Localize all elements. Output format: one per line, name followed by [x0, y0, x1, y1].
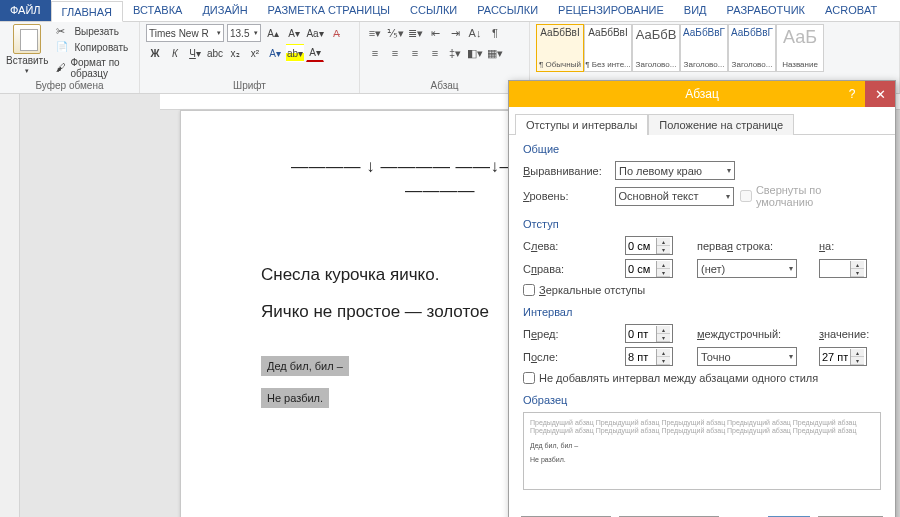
sort-button[interactable]: A↓	[466, 24, 484, 42]
mirror-label: Зеркальные отступы	[539, 284, 645, 296]
linespacing-label: междустрочный:	[697, 328, 807, 340]
collapse-checkbox	[740, 190, 752, 202]
section-indent: Отступ	[523, 218, 881, 230]
after-spin[interactable]: ▴▾	[625, 347, 673, 366]
format-painter-button[interactable]: Формат по образцу	[54, 56, 133, 80]
tab-developer[interactable]: РАЗРАБОТЧИК	[717, 0, 815, 21]
before-label: Перед:	[523, 328, 613, 340]
dialog-tab-indents[interactable]: Отступы и интервалы	[515, 114, 648, 135]
align-center-button[interactable]: ≡	[386, 44, 404, 62]
after-label: После:	[523, 351, 613, 363]
vertical-ruler	[0, 94, 20, 517]
nospace-label: Не добавлять интервал между абзацами одн…	[539, 372, 818, 384]
change-case-button[interactable]: Aa▾	[306, 24, 324, 42]
doc-line3-selected[interactable]: Дед бил, бил –	[261, 356, 349, 376]
clear-format-button[interactable]: A̶	[327, 24, 345, 42]
doc-line4-selected[interactable]: Не разбил.	[261, 388, 329, 408]
paste-button[interactable]: Вставить ▾	[6, 24, 48, 80]
level-label: Уровень:	[523, 190, 609, 202]
preview-box: Предыдущий абзац Предыдущий абзац Предыд…	[523, 412, 881, 490]
decrease-indent-button[interactable]: ⇤	[426, 24, 444, 42]
tab-layout[interactable]: РАЗМЕТКА СТРАНИЦЫ	[258, 0, 400, 21]
align-combo[interactable]: По левому краю▾	[615, 161, 735, 180]
font-size-combo[interactable]: 13.5▾	[227, 24, 261, 42]
paragraph-group-label: Абзац	[366, 80, 523, 93]
dialog-titlebar[interactable]: Абзац ? ✕	[509, 81, 895, 107]
style-nospacing[interactable]: АаБбВвI¶ Без инте...	[584, 24, 632, 72]
on-spin[interactable]: ▴▾	[819, 259, 867, 278]
value-spin[interactable]: ▴▾	[819, 347, 867, 366]
paste-label: Вставить	[6, 55, 48, 66]
font-color-button[interactable]: A▾	[306, 44, 324, 62]
left-label: Слева:	[523, 240, 613, 252]
align-left-button[interactable]: ≡	[366, 44, 384, 62]
style-title[interactable]: АаБНазвание	[776, 24, 824, 72]
ribbon-tabs: ФАЙЛ ГЛАВНАЯ ВСТАВКА ДИЗАЙН РАЗМЕТКА СТР…	[0, 0, 900, 22]
style-heading3[interactable]: АаБбВвГЗаголово...	[728, 24, 776, 72]
tab-file[interactable]: ФАЙЛ	[0, 0, 51, 21]
tab-view[interactable]: ВИД	[674, 0, 717, 21]
justify-button[interactable]: ≡	[426, 44, 444, 62]
underline-button[interactable]: Ч▾	[186, 44, 204, 62]
style-heading2[interactable]: АаБбВвГЗаголово...	[680, 24, 728, 72]
italic-button[interactable]: К	[166, 44, 184, 62]
tab-references[interactable]: ССЫЛКИ	[400, 0, 467, 21]
align-right-button[interactable]: ≡	[406, 44, 424, 62]
on-label: на:	[819, 240, 879, 252]
level-combo[interactable]: Основной текст▾	[615, 187, 734, 206]
paragraph-dialog: Абзац ? ✕ Отступы и интервалы Положение …	[508, 80, 896, 517]
strike-button[interactable]: abc	[206, 44, 224, 62]
left-spin[interactable]: ▴▾	[625, 236, 673, 255]
shading-button[interactable]: ◧▾	[466, 44, 484, 62]
tab-review[interactable]: РЕЦЕНЗИРОВАНИЕ	[548, 0, 674, 21]
collapse-label: Свернуты по умолчанию	[756, 184, 881, 208]
bold-button[interactable]: Ж	[146, 44, 164, 62]
dialog-tab-position[interactable]: Положение на странице	[648, 114, 794, 135]
increase-indent-button[interactable]: ⇥	[446, 24, 464, 42]
section-general: Общие	[523, 143, 881, 155]
highlight-button[interactable]: ab▾	[286, 44, 304, 62]
copy-button[interactable]: Копировать	[54, 40, 133, 54]
cut-button[interactable]: Вырезать	[54, 24, 133, 38]
dialog-title: Абзац	[685, 87, 719, 101]
tab-insert[interactable]: ВСТАВКА	[123, 0, 192, 21]
format-painter-label: Формат по образцу	[70, 57, 131, 79]
tab-acrobat[interactable]: ACROBAT	[815, 0, 887, 21]
dialog-close-button[interactable]: ✕	[865, 81, 895, 107]
before-spin[interactable]: ▴▾	[625, 324, 673, 343]
tab-home[interactable]: ГЛАВНАЯ	[51, 1, 123, 22]
style-heading1[interactable]: АаБбВЗаголово...	[632, 24, 680, 72]
grow-font-button[interactable]: A▴	[264, 24, 282, 42]
paste-icon	[13, 24, 41, 54]
style-normal[interactable]: АаБбВвI¶ Обычный	[536, 24, 584, 72]
nospace-checkbox[interactable]	[523, 372, 535, 384]
clipboard-group-label: Буфер обмена	[6, 80, 133, 93]
copy-icon	[56, 41, 70, 53]
mirror-checkbox[interactable]	[523, 284, 535, 296]
bullets-button[interactable]: ≡▾	[366, 24, 384, 42]
firstline-combo[interactable]: (нет)▾	[697, 259, 797, 278]
tab-design[interactable]: ДИЗАЙН	[192, 0, 257, 21]
text-effects-button[interactable]: A▾	[266, 44, 284, 62]
font-group-label: Шрифт	[146, 80, 353, 93]
subscript-button[interactable]: x₂	[226, 44, 244, 62]
show-marks-button[interactable]: ¶	[486, 24, 504, 42]
multilevel-button[interactable]: ≣▾	[406, 24, 424, 42]
tab-mailings[interactable]: РАССЫЛКИ	[467, 0, 548, 21]
brush-icon	[56, 62, 66, 74]
value-label: значение:	[819, 328, 879, 340]
dialog-help-button[interactable]: ?	[839, 81, 865, 107]
copy-label: Копировать	[74, 42, 128, 53]
numbering-button[interactable]: ⅕▾	[386, 24, 404, 42]
borders-button[interactable]: ▦▾	[486, 44, 504, 62]
shrink-font-button[interactable]: A▾	[285, 24, 303, 42]
section-preview: Образец	[523, 394, 881, 406]
styles-gallery: АаБбВвI¶ Обычный АаБбВвI¶ Без инте... Аа…	[536, 24, 893, 72]
section-interval: Интервал	[523, 306, 881, 318]
superscript-button[interactable]: x²	[246, 44, 264, 62]
right-spin[interactable]: ▴▾	[625, 259, 673, 278]
line-spacing-button[interactable]: ‡▾	[446, 44, 464, 62]
font-name-combo[interactable]: Times New R▾	[146, 24, 224, 42]
align-label: Выравнивание:	[523, 165, 609, 177]
linespacing-combo[interactable]: Точно▾	[697, 347, 797, 366]
